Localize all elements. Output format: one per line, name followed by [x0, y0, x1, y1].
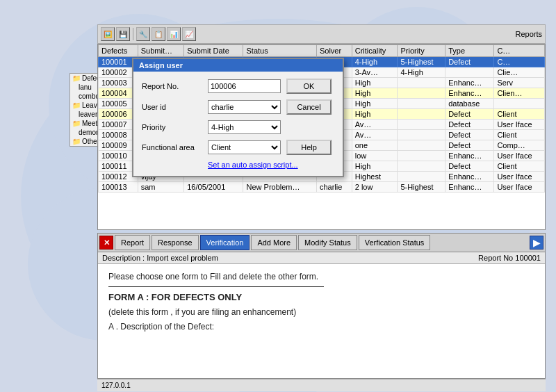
- functional-area-label: Functional area: [142, 143, 208, 152]
- table-cell: Clie…: [494, 67, 545, 78]
- close-button[interactable]: ✕: [99, 236, 113, 250]
- table-cell: Client: [494, 109, 545, 120]
- table-cell: 3-Av…: [352, 67, 398, 78]
- table-cell: Enhanc…: [445, 172, 494, 182]
- user-id-select[interactable]: charlie sam greg vijay deno: [208, 100, 281, 114]
- col-criticality[interactable]: Criticality: [352, 45, 398, 57]
- table-cell: [398, 78, 445, 88]
- table-cell: Defect: [445, 57, 494, 67]
- description-text: Description : Import excel problem: [102, 254, 218, 262]
- toolbar-btn-3[interactable]: 🔧: [136, 27, 150, 41]
- dialog-titlebar: Assign user: [133, 59, 343, 72]
- response-tab[interactable]: Response: [152, 235, 199, 250]
- priority-row: Priority 4-High 3-Av 5-Highest 2-Low: [142, 120, 334, 134]
- priority-select[interactable]: 4-High 3-Av 5-Highest 2-Low: [208, 120, 281, 134]
- arrow-right-icon: ▶: [533, 237, 541, 248]
- col-solver[interactable]: Solver: [316, 45, 352, 57]
- ok-button[interactable]: OK: [286, 79, 332, 94]
- table-cell: charlie: [316, 182, 352, 193]
- table-cell: Enhanc…: [445, 182, 494, 193]
- bottom-info-bar: Description : Import excel problem Repor…: [98, 252, 545, 264]
- table-cell: New Problem…: [243, 182, 316, 193]
- table-cell: Serv: [494, 78, 545, 88]
- col-status[interactable]: Status: [243, 45, 316, 57]
- report-no-text: Report No 100001: [478, 254, 541, 262]
- functional-area-row: Functional area Client Server Database U…: [142, 140, 334, 155]
- table-cell: Client: [494, 130, 545, 140]
- table-cell: C…: [494, 57, 545, 67]
- bottom-content: Please choose one form to Fill and delet…: [98, 264, 545, 339]
- table-cell: Defect: [445, 161, 494, 172]
- table-cell: [398, 130, 445, 140]
- toolbar-separator: [133, 28, 133, 40]
- verification-tab[interactable]: Verification: [200, 235, 250, 250]
- add-more-tab[interactable]: Add More: [251, 235, 297, 250]
- content-line-1: Please choose one form to Fill and delet…: [108, 270, 534, 284]
- table-cell: Defect: [445, 120, 494, 130]
- table-cell: 5-Highest: [398, 182, 445, 193]
- modify-status-tab[interactable]: Modify Status: [298, 235, 357, 250]
- table-cell: [398, 109, 445, 120]
- table-cell: 16/05/2001: [184, 182, 243, 193]
- nav-button[interactable]: ▶: [530, 236, 543, 250]
- table-cell: User Iface: [494, 182, 545, 193]
- table-cell: 4-High: [352, 57, 398, 67]
- table-cell: [494, 99, 545, 109]
- table-row[interactable]: 100013sam16/05/2001New Problem…charlie2 …: [99, 182, 545, 193]
- bottom-panel: ✕ Report Response Verification Add More …: [97, 233, 546, 379]
- status-bar: 127.0.0.1: [97, 379, 546, 391]
- ip-address: 127.0.0.1: [101, 382, 131, 389]
- table-cell: High: [352, 109, 398, 120]
- col-submit-date[interactable]: Submit Date: [184, 45, 243, 57]
- folder-icon-3: 📁: [72, 120, 81, 127]
- toolbar-btn-6[interactable]: 📈: [182, 27, 196, 41]
- table-cell: User Iface: [494, 172, 545, 182]
- toolbar-btn-4[interactable]: 📋: [152, 27, 165, 41]
- col-extra[interactable]: C…: [494, 45, 545, 57]
- table-cell: [398, 88, 445, 99]
- dialog-body: Report No. OK User id charlie sam greg v…: [133, 72, 343, 176]
- toolbar-title: Reports: [515, 30, 542, 38]
- table-cell: [398, 161, 445, 172]
- table-cell: 5-Highest: [398, 57, 445, 67]
- table-cell: High: [352, 161, 398, 172]
- table-cell: sam: [138, 182, 184, 193]
- cancel-button[interactable]: Cancel: [286, 99, 332, 115]
- table-cell: [398, 140, 445, 151]
- table-cell: Defect: [445, 109, 494, 120]
- functional-area-select[interactable]: Client Server Database User Iface: [208, 140, 281, 154]
- folder-icon-4: 📁: [72, 138, 81, 145]
- table-cell: Comp…: [494, 140, 545, 151]
- table-cell: database: [445, 99, 494, 109]
- report-no-input[interactable]: [208, 79, 281, 93]
- close-icon: ✕: [104, 238, 110, 247]
- assign-user-dialog: Assign user Report No. OK User id charli…: [132, 58, 344, 177]
- toolbar-btn-5[interactable]: 📊: [167, 27, 181, 41]
- help-button[interactable]: Help: [286, 140, 332, 155]
- toolbar-btn-1[interactable]: 🖼️: [101, 27, 115, 41]
- auto-assign-row: Set an auto assign script...: [208, 161, 334, 169]
- user-id-label: User id: [142, 103, 208, 111]
- table-cell: 2 low: [352, 182, 398, 193]
- table-cell: High: [352, 78, 398, 88]
- content-line-4: A . Description of the Defect:: [108, 320, 534, 334]
- table-cell: one: [352, 140, 398, 151]
- toolbar-btn-2[interactable]: 💾: [116, 27, 130, 41]
- folder-icon-2: 📁: [72, 101, 81, 109]
- auto-assign-link[interactable]: Set an auto assign script...: [208, 161, 298, 169]
- col-defects[interactable]: Defects: [99, 45, 138, 57]
- verification-status-tab[interactable]: Verfication Status: [359, 235, 431, 250]
- col-type[interactable]: Type: [445, 45, 494, 57]
- col-submit[interactable]: Submit…: [138, 45, 184, 57]
- col-priority[interactable]: Priority: [398, 45, 445, 57]
- table-cell: [398, 120, 445, 130]
- table-cell: 4-High: [398, 67, 445, 78]
- table-cell: Defect: [445, 130, 494, 140]
- table-cell: User Iface: [494, 151, 545, 161]
- table-cell: Enhanc…: [445, 88, 494, 99]
- table-cell: Highest: [352, 172, 398, 182]
- report-tab[interactable]: Report: [115, 235, 150, 250]
- report-no-row: Report No. OK: [142, 79, 334, 94]
- table-cell: Av…: [352, 120, 398, 130]
- table-cell: low: [352, 151, 398, 161]
